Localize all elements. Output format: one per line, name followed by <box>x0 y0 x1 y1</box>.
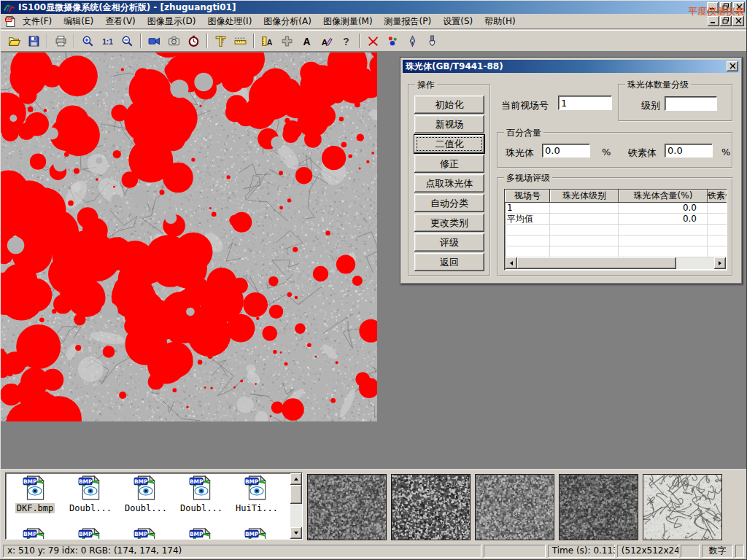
minimize-button[interactable] <box>707 2 719 12</box>
scroll-down-button[interactable] <box>290 527 302 539</box>
operation-button-2[interactable]: 新视场 <box>414 115 484 133</box>
pearlite-percent-input[interactable] <box>542 144 590 158</box>
file-item[interactable]: BMPDoubl... <box>175 475 228 513</box>
menu-image-process[interactable]: 图像处理(I) <box>201 14 258 29</box>
measure-text-button[interactable]: A <box>258 32 277 50</box>
scrollbar-thumb[interactable] <box>517 257 676 269</box>
pen-tool-button[interactable] <box>403 32 422 50</box>
scroll-up-button[interactable] <box>290 473 302 485</box>
menu-settings[interactable]: 设置(S) <box>437 14 479 29</box>
menu-image-analysis[interactable]: 图像分析(A) <box>258 14 317 29</box>
table-row[interactable]: 10.0 <box>505 203 727 214</box>
menu-help[interactable]: 帮助(H) <box>479 14 521 29</box>
mdi-minimize-button[interactable] <box>708 16 719 26</box>
toolbar-separator <box>206 34 208 48</box>
metallograph-thumb-5[interactable] <box>643 474 722 540</box>
table-cell <box>708 236 727 246</box>
ruler-button[interactable] <box>231 32 250 50</box>
operation-button-1[interactable]: 初始化 <box>414 96 484 114</box>
column-header[interactable]: 铁素体含量(%) <box>708 190 727 203</box>
table-row[interactable] <box>505 246 727 257</box>
status-spacer <box>484 545 545 558</box>
brush-tool-button[interactable] <box>422 32 442 50</box>
mdi-restore-button[interactable] <box>720 16 732 26</box>
measure-text-icon: A <box>261 35 274 47</box>
caliper-button[interactable] <box>211 32 231 50</box>
zoom-out-button[interactable] <box>117 32 137 50</box>
file-item[interactable]: BMPDKF.bmp <box>9 475 61 513</box>
table-cell <box>708 214 727 225</box>
column-header[interactable]: 珠光体级别 <box>550 190 619 203</box>
table-cell <box>619 225 708 236</box>
grade-label: 级别 <box>641 99 660 112</box>
file-item[interactable]: BMPDoubl... <box>120 475 172 513</box>
menu-file[interactable]: 文件(F) <box>17 14 58 29</box>
mdi-close-button[interactable] <box>732 16 744 26</box>
operation-button-8[interactable]: 评级 <box>414 233 484 252</box>
cross-tool-button[interactable] <box>277 32 297 50</box>
annotation-button[interactable]: A <box>317 32 336 50</box>
table-row[interactable]: 平均值0.0 <box>505 214 727 225</box>
dialog-close-button[interactable] <box>727 61 738 71</box>
operation-button-3[interactable]: 二值化 <box>414 135 484 153</box>
arrow-down-icon <box>293 528 299 538</box>
operation-button-7[interactable]: 更改类别 <box>414 214 484 232</box>
column-header[interactable]: 珠光体含量(%) <box>619 190 708 203</box>
rating-table-body: 10.0平均值0.0 <box>505 203 727 257</box>
capture-button[interactable] <box>164 32 184 50</box>
file-list-scrollbar[interactable] <box>290 473 302 539</box>
grade-input[interactable] <box>665 96 717 111</box>
operation-button-9[interactable]: 返回 <box>414 253 484 271</box>
menu-image-measure[interactable]: 图像测量(M) <box>317 14 379 29</box>
dialog-title-bar[interactable]: 珠光体(GB/T9441-88) <box>403 60 740 73</box>
table-row[interactable] <box>505 236 727 246</box>
current-field-input[interactable] <box>558 96 612 110</box>
video-camera-button[interactable] <box>144 32 164 50</box>
timer-button[interactable] <box>184 32 204 50</box>
maximize-button[interactable] <box>720 2 732 12</box>
operation-button-6[interactable]: 自动分类 <box>414 194 484 212</box>
help-button[interactable]: ? <box>336 32 356 50</box>
file-item[interactable]: BMP <box>120 527 172 540</box>
operation-button-4[interactable]: 修正 <box>414 155 484 173</box>
file-item[interactable]: BMP <box>231 527 283 540</box>
current-field-label: 当前视场号 <box>501 99 549 112</box>
file-item[interactable]: BMPDoubl... <box>64 475 117 513</box>
metallograph-image[interactable] <box>1 52 377 421</box>
scroll-left-button[interactable] <box>506 257 517 269</box>
file-item[interactable]: BMPHuiTi... <box>231 475 283 513</box>
column-header[interactable]: 视场号 <box>505 190 550 203</box>
rating-table[interactable]: 视场号珠光体级别珠光体含量(%)铁素体含量(%) 10.0平均值0.0 <box>504 189 727 271</box>
file-item[interactable]: BMP <box>9 527 61 540</box>
operation-buttons: 初始化新视场二值化修正点取珠光体自动分类更改类别评级返回 <box>409 85 489 271</box>
actual-size-button[interactable]: 1:1 <box>98 32 117 50</box>
table-horizontal-scrollbar[interactable] <box>506 257 726 269</box>
toolbar-separator <box>359 34 360 48</box>
file-item[interactable]: BMP <box>64 527 117 540</box>
scroll-right-button[interactable] <box>714 257 726 269</box>
menu-image-display[interactable]: 图像显示(D) <box>142 14 202 29</box>
metallograph-thumb-4[interactable] <box>559 474 638 540</box>
ferrite-percent-input[interactable] <box>665 144 713 158</box>
curve-tool-button[interactable] <box>363 32 383 50</box>
menu-edit[interactable]: 编辑(E) <box>58 14 99 29</box>
table-row[interactable] <box>505 225 727 236</box>
text-tool-button[interactable]: A <box>297 32 317 50</box>
scrollbar-thumb[interactable] <box>290 485 302 504</box>
metallograph-thumb-2[interactable] <box>391 474 471 540</box>
menu-measure-report[interactable]: 测量报告(P) <box>379 14 438 29</box>
zoom-in-button[interactable] <box>78 32 98 50</box>
metallograph-thumb-3[interactable] <box>475 474 554 540</box>
menu-view[interactable]: 查看(V) <box>99 14 142 29</box>
save-button[interactable] <box>24 32 44 50</box>
metallograph-thumb-1[interactable] <box>307 474 387 540</box>
phase-color-button[interactable] <box>383 32 403 50</box>
close-button[interactable] <box>733 2 745 12</box>
application-window: IS100显微摄像系统(金相分析版) - [zhuguangti01] 平度仪器… <box>0 0 747 560</box>
file-item[interactable]: BMP <box>175 527 228 540</box>
toolbar-separator <box>140 34 142 48</box>
open-file-button[interactable] <box>4 32 24 50</box>
print-button[interactable] <box>51 32 71 50</box>
table-cell <box>550 246 619 257</box>
operation-button-5[interactable]: 点取珠光体 <box>414 174 484 192</box>
